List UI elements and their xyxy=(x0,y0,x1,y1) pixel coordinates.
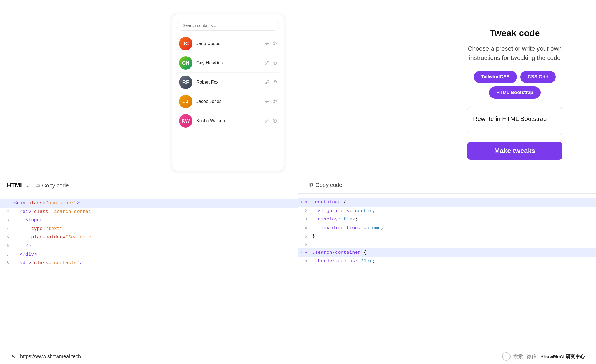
code-line: 5 placeholder="Search c xyxy=(0,233,298,242)
code-line: 6 xyxy=(298,241,596,248)
line-content: .container { xyxy=(312,198,596,207)
chevron-down-icon: ⌄ xyxy=(25,183,29,188)
code-panel-css: ⧉ Copy code 1 ▼.container {2 align-items… xyxy=(298,177,596,288)
phone-icon[interactable]: ✆ xyxy=(273,41,277,47)
avatar: JC xyxy=(179,37,192,50)
contact-icons: ☍ ✆ xyxy=(264,79,277,85)
avatar: JJ xyxy=(179,95,192,108)
line-number: 8 xyxy=(0,259,14,267)
make-tweaks-button[interactable]: Make tweaks xyxy=(467,142,562,160)
rewrite-box[interactable]: Rewrite in HTML Bootstrap xyxy=(467,107,562,135)
line-number: 2 xyxy=(298,207,312,215)
contact-item[interactable]: KW Kristin Watson ☍ ✆ xyxy=(177,111,279,130)
code-line: 1<div class="container"> xyxy=(0,199,298,208)
contact-icons: ☍ ✆ xyxy=(264,41,277,47)
chat-icon[interactable]: ☍ xyxy=(264,41,269,47)
line-number: 5 xyxy=(298,233,312,240)
copy-icon: ⧉ xyxy=(36,182,40,189)
chat-icon[interactable]: ☍ xyxy=(264,79,269,85)
line-number: 1 xyxy=(0,199,14,207)
preset-button-1[interactable]: CSS Grid xyxy=(520,71,556,83)
preset-button-2[interactable]: HTML Bootstrap xyxy=(489,86,541,99)
line-content: <div class="container"> xyxy=(14,199,298,208)
phone-icon[interactable]: ✆ xyxy=(273,98,277,105)
avatar: GH xyxy=(179,56,192,70)
avatar-initials: JJ xyxy=(179,95,192,108)
code-line: 2 <div class="search-contai xyxy=(0,208,298,216)
line-content: placeholder="Search c xyxy=(14,233,298,242)
code-line: 1 ▼.container { xyxy=(298,198,596,207)
line-content: display: flex; xyxy=(312,215,596,224)
search-circle-icon: ⌕ xyxy=(502,352,511,361)
contact-name: Guy Hawkins xyxy=(196,60,264,65)
line-number: 4 xyxy=(0,225,14,233)
tweak-description: Choose a preset or write your own instru… xyxy=(467,44,562,62)
line-number: 1 ▼ xyxy=(298,199,312,206)
line-number: 4 xyxy=(298,224,312,232)
copy-code-button[interactable]: ⧉ Copy code xyxy=(36,182,69,189)
line-number: 7 xyxy=(0,251,14,259)
line-content: <div class="contacts"> xyxy=(14,259,298,267)
contact-name: Jacob Jones xyxy=(196,99,264,104)
code-line: 8 border-radius: 20px; xyxy=(298,257,596,266)
code-toolbar: HTML ⌄ ⧉ Copy code xyxy=(0,177,298,194)
copy-label: Copy code xyxy=(42,182,69,189)
line-content: align-items: center; xyxy=(312,207,596,215)
cursor-icon: ↖ xyxy=(11,353,16,360)
code-line: 2 align-items: center; xyxy=(298,207,596,215)
preset-button-0[interactable]: TailwindCSS xyxy=(474,71,517,83)
lang-label: HTML xyxy=(7,182,24,189)
contact-panel: JC Jane Cooper ☍ ✆ GH Guy Hawkins ☍ ✆ RF… xyxy=(172,14,284,171)
contact-item[interactable]: JJ Jacob Jones ☍ ✆ xyxy=(177,92,279,111)
tweak-panel: Tweak code Choose a preset or write your… xyxy=(456,11,574,171)
code-toolbar: ⧉ Copy code xyxy=(298,177,596,194)
lang-selector[interactable]: HTML ⌄ xyxy=(7,182,29,189)
contact-item[interactable]: JC Jane Cooper ☍ ✆ xyxy=(177,34,279,53)
search-input[interactable] xyxy=(177,20,279,31)
chat-icon[interactable]: ☍ xyxy=(264,118,269,124)
contact-name: Kristin Watson xyxy=(196,118,264,123)
scroll-bottom xyxy=(0,288,596,311)
line-content: border-radius: 20px; xyxy=(312,257,596,266)
line-content: <input xyxy=(14,216,298,225)
contact-icons: ☍ ✆ xyxy=(264,118,277,124)
code-line: 7 </div> xyxy=(0,250,298,259)
line-content: flex-direction: column; xyxy=(312,224,596,233)
line-number: 7 ▼ xyxy=(298,249,312,257)
chat-icon[interactable]: ☍ xyxy=(264,98,269,105)
avatar-initials: RF xyxy=(179,76,192,89)
chat-icon[interactable]: ☍ xyxy=(264,60,269,66)
copy-label: Copy code xyxy=(316,182,343,188)
avatar-initials: KW xyxy=(179,114,192,128)
line-number: 2 xyxy=(0,208,14,216)
phone-icon[interactable]: ✆ xyxy=(273,118,277,124)
contact-item[interactable]: GH Guy Hawkins ☍ ✆ xyxy=(177,53,279,73)
code-line: 6 /> xyxy=(0,242,298,250)
line-content: <div class="search-contai xyxy=(14,208,298,216)
code-panel-html: HTML ⌄ ⧉ Copy code 1<div class="containe… xyxy=(0,177,298,288)
avatar: RF xyxy=(179,76,192,89)
footer-brand-text: 搜索 | 微信 ShowMeAI 研究中心 xyxy=(513,353,585,360)
preset-buttons-group: TailwindCSSCSS GridHTML Bootstrap xyxy=(467,71,562,99)
line-content: </div> xyxy=(14,250,298,259)
code-area: 1 ▼.container {2 align-items: center;3 d… xyxy=(298,194,596,270)
contact-icons: ☍ ✆ xyxy=(264,60,277,66)
phone-icon[interactable]: ✆ xyxy=(273,79,277,85)
code-line: 4 type="text" xyxy=(0,225,298,233)
line-number: 6 xyxy=(0,242,14,250)
line-number: 3 xyxy=(0,217,14,224)
footer-brand: ⌕ 搜索 | 微信 ShowMeAI 研究中心 xyxy=(502,352,585,361)
avatar-initials: GH xyxy=(179,56,192,70)
contact-item[interactable]: RF Robert Fox ☍ ✆ xyxy=(177,73,279,92)
line-content: .search-container { xyxy=(312,248,596,257)
bottom-section: HTML ⌄ ⧉ Copy code 1<div class="containe… xyxy=(0,177,596,288)
tweak-title: Tweak code xyxy=(467,28,562,38)
line-number: 5 xyxy=(0,234,14,241)
code-line: 7 ▼.search-container { xyxy=(298,248,596,257)
copy-code-button[interactable]: ⧉ Copy code xyxy=(309,182,343,188)
contact-name: Robert Fox xyxy=(196,80,264,85)
code-line: 3 <input xyxy=(0,216,298,225)
left-spacer xyxy=(0,11,172,171)
contact-icons: ☍ ✆ xyxy=(264,98,277,105)
phone-icon[interactable]: ✆ xyxy=(273,60,277,66)
